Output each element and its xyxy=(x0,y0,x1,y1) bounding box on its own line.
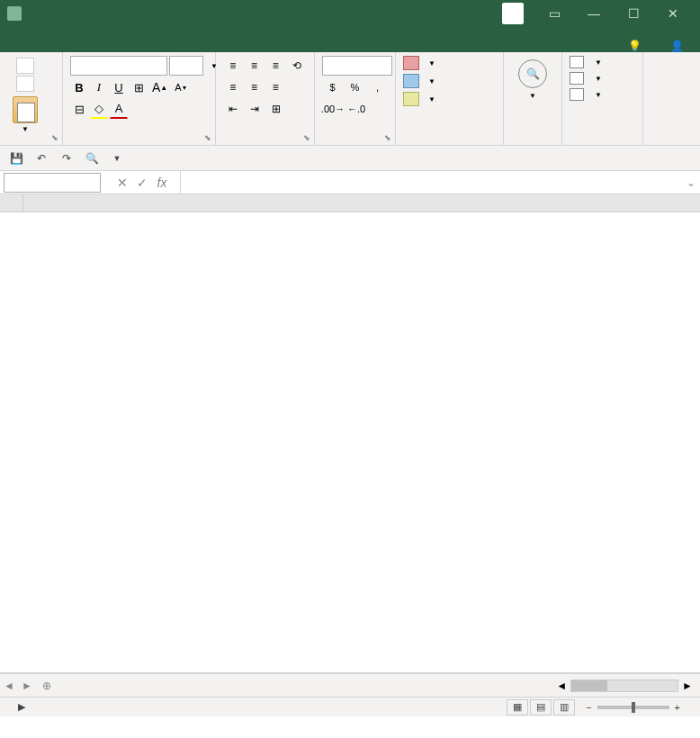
conditional-format-button[interactable]: ▼ xyxy=(403,56,496,70)
table-format-button[interactable]: ▼ xyxy=(403,74,496,88)
shrink-font-button[interactable]: A▼ xyxy=(172,77,190,97)
column-headers xyxy=(0,194,700,212)
formula-bar: ✕ ✓ fx ⌄ xyxy=(0,171,700,194)
cells-group: ▼ ▼ ▼ xyxy=(562,52,643,145)
clipboard-launcher[interactable]: ⬊ xyxy=(49,132,60,143)
copy-button[interactable] xyxy=(16,76,34,92)
formula-input[interactable] xyxy=(181,174,682,191)
phonetic-button[interactable] xyxy=(130,99,148,119)
expand-formula-bar[interactable]: ⌄ xyxy=(682,176,700,189)
new-sheet-button[interactable]: ⊕ xyxy=(36,680,58,692)
tell-me-search[interactable]: 💡 xyxy=(617,40,658,52)
editing-group: 🔍 ▼ xyxy=(504,52,562,145)
styles-group: ▼ ▼ ▼ xyxy=(396,52,504,145)
grid-body[interactable] xyxy=(0,212,700,672)
cancel-formula-button[interactable]: ✕ xyxy=(113,174,131,192)
enter-formula-button[interactable]: ✓ xyxy=(133,174,151,192)
zoom-control[interactable]: − + xyxy=(586,702,693,713)
select-all-corner[interactable] xyxy=(0,194,23,212)
clipboard-group: ▼ ⬊ xyxy=(0,52,63,145)
align-right-button[interactable]: ≡ xyxy=(266,77,286,97)
decrease-indent-button[interactable]: ⇤ xyxy=(223,99,243,119)
sheet-tab-bar: ◄► ⊕ ◄ ► xyxy=(0,673,700,697)
number-format-select[interactable] xyxy=(322,56,392,76)
app-icon xyxy=(7,6,22,21)
bold-button[interactable]: B xyxy=(70,77,88,97)
italic-button[interactable]: I xyxy=(90,77,108,97)
cell-styles-button[interactable]: ▼ xyxy=(403,92,496,106)
undo-button[interactable]: ↶ xyxy=(32,149,50,167)
share-icon: 👤 xyxy=(670,40,684,52)
status-bar: ▶ ▦ ▤ ▥ − + xyxy=(0,697,700,716)
cells-label xyxy=(570,140,635,143)
border-button[interactable]: ⊞ xyxy=(130,77,148,97)
font-launcher[interactable]: ⬊ xyxy=(202,132,213,143)
wrap-text-button[interactable] xyxy=(287,77,307,97)
alignment-label xyxy=(223,140,307,143)
align-center-button[interactable]: ≡ xyxy=(245,77,265,97)
cut-button[interactable] xyxy=(16,58,34,74)
align-left-button[interactable]: ≡ xyxy=(223,77,243,97)
comma-button[interactable]: , xyxy=(367,77,388,97)
orientation-button[interactable]: ⟲ xyxy=(287,56,307,76)
page-break-view-button[interactable]: ▥ xyxy=(553,699,575,716)
clipboard-label xyxy=(7,140,55,143)
font-name-select[interactable] xyxy=(70,56,167,76)
percent-button[interactable]: % xyxy=(345,77,365,97)
ribbon: ▼ ⬊ ▼ B I U ⊞ A▲ A▼ ⊟ ◇ A ⬊ xyxy=(0,52,700,146)
spreadsheet-grid[interactable] xyxy=(0,194,700,673)
maximize-icon[interactable]: ☐ xyxy=(614,0,653,27)
font-label xyxy=(70,140,208,143)
delete-cells-button[interactable]: ▼ xyxy=(570,72,635,85)
font-size-select[interactable] xyxy=(169,56,203,76)
horizontal-scrollbar[interactable]: ◄ ► xyxy=(58,680,700,692)
redo-button[interactable]: ↷ xyxy=(58,149,76,167)
user-avatar[interactable] xyxy=(502,3,524,24)
ribbon-tabs: 💡 👤 xyxy=(0,27,700,52)
name-box[interactable] xyxy=(4,173,101,193)
insert-cells-button[interactable]: ▼ xyxy=(570,56,635,68)
ribbon-options-icon[interactable]: ▭ xyxy=(534,0,574,27)
normal-view-button[interactable]: ▦ xyxy=(507,699,528,716)
minimize-icon[interactable]: — xyxy=(574,0,614,27)
find-button[interactable]: 🔍 xyxy=(518,59,547,88)
close-icon[interactable]: ✕ xyxy=(653,0,693,27)
alignment-group: ≡ ≡ ≡ ⟲ ≡ ≡ ≡ ⇤ ⇥ ⊞ ⬊ xyxy=(216,52,315,145)
paste-button[interactable]: ▼ xyxy=(7,92,43,138)
qat-dropdown[interactable]: ▼ xyxy=(108,149,126,167)
sheet-nav[interactable]: ◄► xyxy=(0,680,36,692)
increase-decimal-button[interactable]: .00→ xyxy=(322,99,344,119)
border-bottom-button[interactable]: ⊟ xyxy=(70,99,88,119)
record-macro-button[interactable]: ▶ xyxy=(18,701,25,713)
align-middle-button[interactable]: ≡ xyxy=(245,56,265,76)
paste-icon xyxy=(13,96,38,123)
fill-color-button[interactable]: ◇ xyxy=(90,99,108,119)
number-launcher[interactable]: ⬊ xyxy=(382,132,393,143)
align-bottom-button[interactable]: ≡ xyxy=(266,56,286,76)
page-layout-view-button[interactable]: ▤ xyxy=(530,699,552,716)
underline-button[interactable]: U xyxy=(110,77,128,97)
increase-indent-button[interactable]: ⇥ xyxy=(245,99,265,119)
format-cells-button[interactable]: ▼ xyxy=(570,88,635,101)
title-bar: ▭ — ☐ ✕ xyxy=(0,0,700,27)
quick-access-toolbar: 💾 ↶ ↷ 🔍 ▼ xyxy=(0,146,700,171)
share-button[interactable]: 👤 xyxy=(658,40,700,52)
styles-label xyxy=(403,140,496,143)
accounting-button[interactable]: $ xyxy=(322,77,343,97)
fx-button[interactable]: fx xyxy=(153,174,171,192)
zoom-slider[interactable] xyxy=(597,706,669,709)
zoom-out-button[interactable]: − xyxy=(586,702,591,713)
print-preview-button[interactable]: 🔍 xyxy=(83,149,101,167)
alignment-launcher[interactable]: ⬊ xyxy=(301,132,312,143)
font-color-button[interactable]: A xyxy=(110,99,128,119)
number-label xyxy=(322,140,388,143)
zoom-in-button[interactable]: + xyxy=(675,702,680,713)
grow-font-button[interactable]: A▲ xyxy=(149,77,170,97)
merge-button[interactable]: ⊞ xyxy=(266,99,286,119)
number-group: $ % , .00→ ←.0 ⬊ xyxy=(315,52,396,145)
font-group: ▼ B I U ⊞ A▲ A▼ ⊟ ◇ A ⬊ xyxy=(63,52,216,145)
save-button[interactable]: 💾 xyxy=(7,149,25,167)
decrease-decimal-button[interactable]: ←.0 xyxy=(346,99,367,119)
bulb-icon: 💡 xyxy=(628,40,642,52)
align-top-button[interactable]: ≡ xyxy=(223,56,243,76)
